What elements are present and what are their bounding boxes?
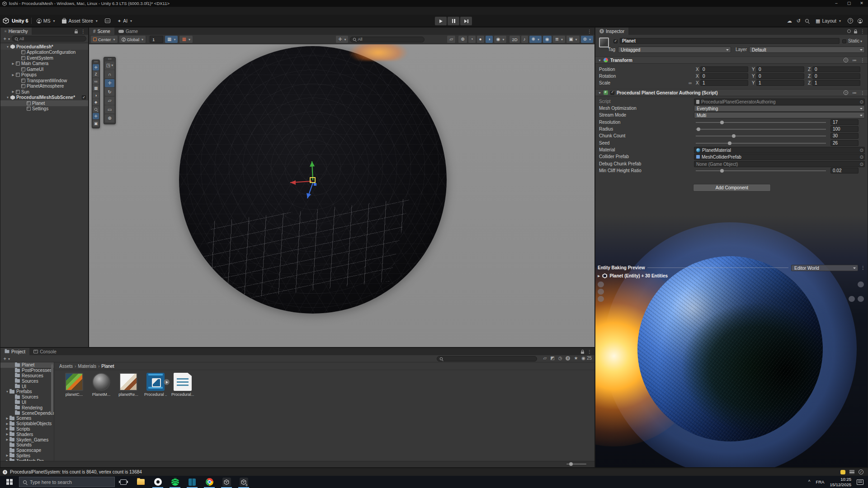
camera-overlay-icon[interactable]: ▣ xyxy=(93,120,99,127)
scene-viewport[interactable]: ≡≡ ✛ Z ≔ ▦ ◑ ◈ ✛ ▣ ≡≡ ◳ ∩ ✛ ↻ ▱ ▭ ⊕ xyxy=(89,44,594,347)
debug-chunk-prefab-object-field[interactable]: None (Game Object) xyxy=(694,161,865,167)
rect-tool[interactable]: ▭ xyxy=(105,105,114,113)
background-tasks-icon[interactable] xyxy=(859,469,863,474)
gameobject-name-field[interactable]: Planet xyxy=(620,38,840,44)
component-enabled-checkbox[interactable] xyxy=(610,91,614,95)
add-component-button[interactable]: Add Component xyxy=(693,184,771,192)
effects-dropdown[interactable]: ❋ xyxy=(529,36,542,43)
layout-dropdown[interactable]: ▦ Layout xyxy=(813,17,843,25)
move-gizmo-dropdown[interactable]: ✛ xyxy=(336,36,348,43)
status-message[interactable]: ProceduralPlanetSystem: tris count is 86… xyxy=(10,469,142,474)
folder-item[interactable]: Sources xyxy=(0,378,54,384)
collider-prefab-object-field[interactable]: MeshColliderPrefab xyxy=(694,154,865,160)
transform-header[interactable]: ▼ Transform ≔ xyxy=(595,56,868,64)
taskbar-app-button[interactable] xyxy=(184,476,201,488)
position-z-field[interactable]: 0 xyxy=(812,66,860,72)
hierarchy-item[interactable]: ▶ Main Camera xyxy=(0,61,88,67)
snap-settings-dropdown[interactable]: ▦ xyxy=(179,36,192,43)
asset-item[interactable]: Procedural... xyxy=(172,373,193,461)
folder-item[interactable]: UI xyxy=(0,384,54,389)
foldout-arrow-icon[interactable]: ▶ xyxy=(5,432,9,436)
rotation-x-field[interactable]: 0 xyxy=(700,73,748,79)
asset-item[interactable]: planetRe... xyxy=(118,373,139,461)
material-object-field[interactable]: PlanetMaterial xyxy=(694,147,865,153)
folder-item[interactable]: ▶ Skyden_Games xyxy=(0,437,54,442)
tab-inspector[interactable]: Inspector xyxy=(595,28,628,35)
layers-status-icon[interactable] xyxy=(849,470,854,474)
hierarchy-item[interactable]: ▶ Sun xyxy=(0,89,88,95)
rotation-y-field[interactable]: 0 xyxy=(756,73,804,79)
debugger-icon[interactable] xyxy=(840,470,845,474)
seed-slider[interactable] xyxy=(696,143,826,144)
folder-item[interactable]: PostProcesses xyxy=(0,368,54,373)
step-button[interactable] xyxy=(460,17,472,25)
grid-visibility-dropdown[interactable]: ▦ xyxy=(165,36,178,43)
resolution-value-field[interactable]: 17 xyxy=(830,119,859,125)
hierarchy-item[interactable]: PlanetAtmosphere xyxy=(0,84,88,89)
taskbar-app-button[interactable] xyxy=(218,476,235,488)
flip-icon[interactable]: Z xyxy=(93,71,99,77)
min-cliff-height-ratio-slider[interactable] xyxy=(696,170,826,171)
mesh-optimization-dropdown[interactable]: Everything xyxy=(694,105,865,112)
search-icon[interactable] xyxy=(805,19,809,23)
create-asset-button[interactable]: ＋ xyxy=(2,355,10,362)
tab-console[interactable]: Console xyxy=(29,348,61,355)
folder-item[interactable]: ▶ Sprites xyxy=(0,453,54,459)
static-label[interactable]: Static xyxy=(848,38,862,43)
breadcrumb-item[interactable]: Assets xyxy=(59,364,76,369)
radius-value-field[interactable]: 100 xyxy=(830,126,859,132)
view-tool-dropdown[interactable]: ◳ xyxy=(105,61,114,70)
kebab-menu-icon[interactable] xyxy=(587,349,592,354)
transform-gizmo[interactable] xyxy=(281,155,344,207)
taskbar-app-button[interactable] xyxy=(166,476,184,488)
project-search-input[interactable] xyxy=(437,356,537,361)
notification-center-icon[interactable] xyxy=(857,479,863,485)
lock-icon[interactable] xyxy=(75,31,78,33)
presets-icon[interactable]: ≔ xyxy=(852,90,857,95)
open-in-new-icon[interactable]: ▱ xyxy=(543,356,547,361)
tab-scene[interactable]: Scene xyxy=(89,28,114,35)
log-info-icon[interactable] xyxy=(3,470,7,474)
help-icon[interactable] xyxy=(844,90,848,95)
hidden-count-eye[interactable]: ◉ 25 xyxy=(581,356,592,361)
camera-dropdown[interactable]: ▣ xyxy=(566,36,579,43)
play-button[interactable] xyxy=(435,17,447,25)
foldout-arrow-icon[interactable]: ▶ xyxy=(598,274,600,278)
taskbar-search-input[interactable]: Type here to search xyxy=(19,477,115,487)
hierarchy-item[interactable]: Settings xyxy=(0,106,88,112)
shading-mode-icon[interactable]: ⊕ xyxy=(458,36,467,43)
foldout-arrow-icon[interactable]: ▶ xyxy=(5,438,9,441)
help-icon[interactable] xyxy=(848,18,853,23)
scale-z-field[interactable]: 1 xyxy=(812,80,860,86)
position-y-field[interactable]: 0 xyxy=(756,66,804,72)
hierarchy-item[interactable]: GameUI xyxy=(0,66,88,72)
stream-mode-dropdown[interactable]: Multi xyxy=(694,112,865,118)
favorites-star-icon[interactable]: ★ xyxy=(574,356,578,361)
tab-project[interactable]: Project xyxy=(0,348,29,355)
maximize-button[interactable] xyxy=(843,0,855,7)
tab-game[interactable]: Game xyxy=(114,28,142,35)
script-object-field[interactable]: ProceduralPlanetGeneratorAuthoring xyxy=(694,99,865,105)
breadcrumb-item[interactable]: Materials xyxy=(78,364,99,369)
drag-handle-icon[interactable]: ≡≡ xyxy=(92,60,99,63)
close-button[interactable] xyxy=(855,0,868,7)
rotation-z-field[interactable]: 0 xyxy=(812,73,860,79)
taskbar-app-button[interactable] xyxy=(201,476,218,488)
2d-toggle[interactable]: 2D xyxy=(509,36,519,43)
asset-item[interactable]: planetC... xyxy=(64,373,85,461)
active-checkbox[interactable] xyxy=(613,39,618,43)
lighting-toggle-icon[interactable]: ◑ xyxy=(486,36,493,43)
audio-toggle-icon[interactable]: ♪ xyxy=(521,36,528,43)
start-button[interactable] xyxy=(0,476,19,488)
language-indicator[interactable]: FRA xyxy=(816,479,824,484)
shading-shaded-icon[interactable]: ● xyxy=(477,36,484,43)
label-icon[interactable]: ◷ xyxy=(558,356,562,361)
scale-x-field[interactable]: 1 xyxy=(700,80,748,86)
foldout-arrow-icon[interactable]: ▼ xyxy=(5,390,9,393)
chunk-count-slider[interactable] xyxy=(696,136,826,136)
move-overlay-icon[interactable]: ✛ xyxy=(93,64,99,70)
folder-item[interactable]: Sources xyxy=(0,394,54,400)
account-avatar-icon[interactable] xyxy=(858,19,863,23)
foldout-arrow-icon[interactable]: ▼ xyxy=(598,59,601,62)
hierarchy-item[interactable]: ▼ ProceduralMeshSubScene* xyxy=(0,95,88,101)
